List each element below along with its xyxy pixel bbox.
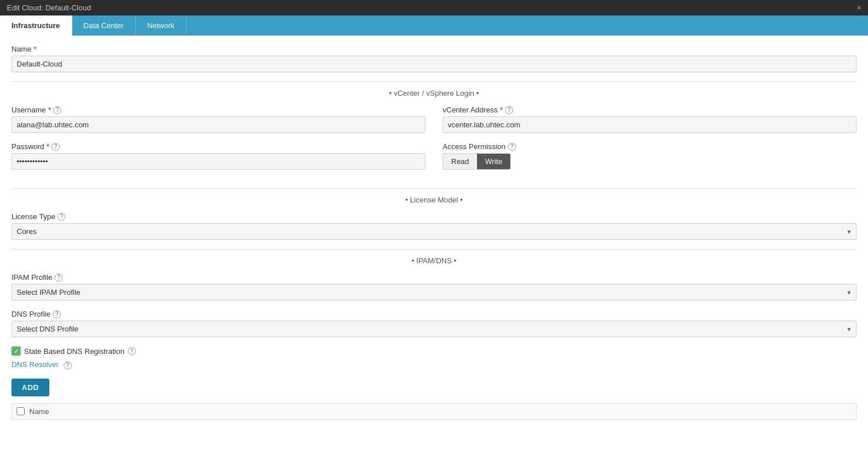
main-content: Name * • vCenter / vSphere Login • Usern… [0,36,868,429]
bottom-table-row: Name [11,403,857,420]
write-button[interactable]: Write [477,154,510,169]
username-help-icon[interactable]: ? [53,106,61,114]
password-input[interactable] [11,153,425,170]
vcenter-top-row: Username * ? vCenter Address * ? [11,106,857,142]
read-write-toggle: Read Write [443,153,511,170]
dns-profile-label: DNS Profile ? [11,310,857,318]
access-permission-help-icon[interactable]: ? [508,143,516,151]
name-required-star: * [34,45,37,53]
dialog-title: Edit Cloud: Default-Cloud [7,3,91,12]
dns-resolver-link[interactable]: DNS Resolver [11,360,58,369]
tab-bar: Infrastructure Data Center Network [0,15,868,36]
password-label: Password * ? [11,142,425,151]
ipam-help-icon[interactable]: ? [54,274,62,282]
vcenter-section-title: • vCenter / vSphere Login • [11,89,857,98]
title-bar: Edit Cloud: Default-Cloud × [0,0,868,15]
password-field-group: Password * ? [11,142,425,170]
access-permission-field-group: Access Permission ? Read Write [443,142,857,170]
tab-infrastructure[interactable]: Infrastructure [0,15,72,36]
access-permission-label: Access Permission ? [443,142,857,151]
tab-network[interactable]: Network [136,15,187,36]
state-dns-help-icon[interactable]: ? [128,347,136,355]
license-divider [11,188,857,189]
license-type-field-group: License Type ? Cores Sockets VMs ▾ [11,212,857,240]
dns-help-icon[interactable]: ? [53,310,61,318]
table-name-col: Name [29,407,49,416]
vcenter-address-input[interactable] [443,116,857,133]
license-type-help-icon[interactable]: ? [57,213,65,221]
tab-data-center[interactable]: Data Center [72,15,136,36]
state-dns-checkbox[interactable]: ✓ [11,346,21,356]
access-permission-group: Read Write [443,153,857,170]
name-input[interactable] [11,56,857,72]
vcenter-required-star: * [500,106,503,114]
username-field-group: Username * ? [11,106,425,133]
vcenter-address-label: vCenter Address * ? [443,106,857,114]
dns-profile-select[interactable]: Select DNS Profile [11,321,857,337]
dns-select-wrapper: Select DNS Profile ▾ [11,321,857,337]
vcenter-address-field-group: vCenter Address * ? [443,106,857,133]
username-input[interactable] [11,116,425,133]
license-type-label: License Type ? [11,212,857,221]
ipam-divider [11,249,857,250]
vcenter-bottom-row: Password * ? Access Permission ? Read Wr… [11,142,857,179]
license-type-select-wrapper: Cores Sockets VMs ▾ [11,223,857,240]
vcenter-help-icon[interactable]: ? [505,106,513,114]
vcenter-divider [11,81,857,82]
password-help-icon[interactable]: ? [52,143,60,151]
ipam-profile-field-group: IPAM Profile ? Select IPAM Profile ▾ [11,273,857,301]
username-label: Username * ? [11,106,425,114]
dns-resolver-help-icon[interactable]: ? [64,361,72,369]
state-dns-label: State Based DNS Registration [24,347,124,356]
close-icon[interactable]: × [857,3,861,12]
license-section-title: • License Model • [11,196,857,204]
dns-profile-field-group: DNS Profile ? Select DNS Profile ▾ [11,310,857,337]
add-button[interactable]: ADD [11,379,49,396]
read-button[interactable]: Read [443,154,477,169]
table-row-checkbox[interactable] [17,407,25,415]
license-type-select[interactable]: Cores Sockets VMs [11,223,857,240]
ipam-profile-select[interactable]: Select IPAM Profile [11,284,857,301]
name-label: Name * [11,45,857,53]
ipam-select-wrapper: Select IPAM Profile ▾ [11,284,857,301]
name-field-group: Name * [11,45,857,72]
password-required-star: * [46,142,49,151]
state-dns-row: ✓ State Based DNS Registration ? [11,346,857,356]
dns-resolver-group: DNS Resolver ? [11,360,857,369]
username-required-star: * [48,106,51,114]
ipam-profile-label: IPAM Profile ? [11,273,857,282]
ipam-section-title: • IPAM/DNS • [11,256,857,265]
